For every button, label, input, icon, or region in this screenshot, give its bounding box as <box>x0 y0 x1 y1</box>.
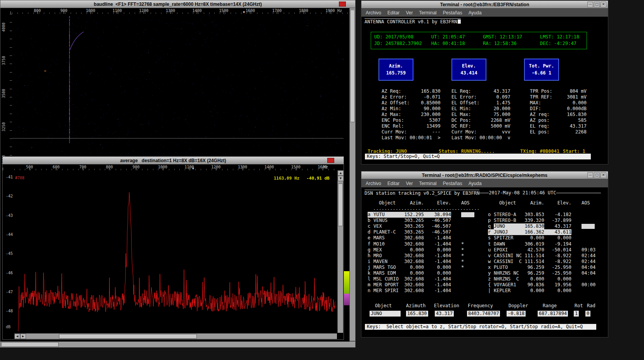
stat-value: 20.000 <box>479 106 510 112</box>
average-titlebar[interactable]: average destination=1 Hz=8X dB=16X (24GH… <box>3 157 344 164</box>
minimize-button[interactable]: — <box>587 172 593 178</box>
stat-value: 165.830 <box>410 88 440 94</box>
dsn-row-mro[interactable]: hMRO302.608-1.404* <box>368 253 476 259</box>
dsn-row-cassini-nc[interactable]: vCASSINI NC111.514-8.92202:44 <box>488 253 596 259</box>
dsn-row-spitzer[interactable]: sSPITZER0.0000.000 <box>488 235 596 241</box>
col-elev: Elev. <box>424 200 451 206</box>
dsn-row-epoxi[interactable]: uEPOXI42.570-50.01409:03 <box>488 247 596 253</box>
col-azim: Azim. <box>404 200 424 206</box>
dsn-terminal-content[interactable]: DSN station tracking v0.2_SPICE by EB3FR… <box>361 187 608 337</box>
dsn-row-msl-curio[interactable]: lMSL CURIO302.608-1.404 <box>368 276 476 282</box>
dsn-row-juno[interactable]: qJUNO165.83043.317 <box>488 223 596 229</box>
dsn-row-mer-spiri[interactable]: nMER SPIRI302.608-1.404 <box>368 288 476 294</box>
dsn-row-mex[interactable]: gMEX0.0000.000* <box>368 247 476 253</box>
object-key: m <box>368 282 373 288</box>
dsn-row-mars[interactable]: eMARS302.608-1.404 <box>368 235 476 241</box>
stat-label: AZ pos: <box>530 118 552 123</box>
dsn-row-dawn[interactable]: tDAWN306.019-9.194 <box>488 241 596 247</box>
dsn-row-voyager1[interactable]: {VOYAGER190.83619.95600:00 <box>488 282 596 288</box>
minimize-button[interactable]: — <box>587 2 593 7</box>
object-name: SPITZER <box>494 235 524 241</box>
menu-item-ver[interactable]: Ver <box>403 180 416 187</box>
dsn-row-mer-oport[interactable]: mMER OPORT302.608-1.404 <box>368 282 476 288</box>
dsn-row-maven[interactable]: iMAVEN302.608-1.404* <box>368 259 476 265</box>
menu-item-archivo[interactable]: Archivo <box>363 180 384 187</box>
gauge-power: Tot. Pwr.-6.66 1 <box>524 59 559 81</box>
stat-value: 0.097 <box>479 94 510 100</box>
menu-item-editar[interactable]: Editar <box>384 180 403 187</box>
dsn-titlebar[interactable]: Terminal - root@eb3frn:/RADIO/SPICE/cspi… <box>361 171 608 179</box>
average-vertical-scrollbar[interactable]: ▲ ▼ <box>337 170 343 333</box>
scroll-up-icon[interactable]: ▲ <box>338 170 344 176</box>
dsn-row-kepler[interactable]: |KEPLER0.0000.000 <box>488 288 596 294</box>
spectrum-plot[interactable] <box>14 170 336 331</box>
stat-value: -0.071 <box>410 94 440 100</box>
time-tick-3500: 3500 <box>2 89 6 98</box>
close-button[interactable] <box>327 158 334 163</box>
dsn-row-stereo-b[interactable]: pSTEREO-B339.320-37.899 <box>488 218 596 223</box>
menu-item-pestañas[interactable]: Pestañas <box>440 9 465 17</box>
scrollbar-thumb[interactable] <box>350 10 355 122</box>
maximize-button[interactable]: □ <box>594 172 600 178</box>
scroll-right-icon[interactable]: ▶ <box>20 334 26 339</box>
scrollbar-thumb[interactable] <box>338 183 343 226</box>
object-elev: 19.956 <box>544 282 571 288</box>
dsn-row-mars-tgo[interactable]: jMARS TGO0.0000.000* <box>368 265 476 270</box>
dsn-row-venus[interactable]: bVENUS303.265-46.507 <box>368 218 476 223</box>
db-tick--48: -48 <box>3 309 13 313</box>
summary-value-1: 165.830 <box>406 311 428 317</box>
dsn-row-planet-c[interactable]: dPLANET-C303.265-46.507 <box>368 229 476 235</box>
summary-value-7: 0 <box>585 311 590 317</box>
scrollbar-thumb[interactable] <box>1 342 59 347</box>
station-titlebar[interactable]: Terminal - root@eb3frn:/EB3FRN/station —… <box>361 1 608 9</box>
menu-item-terminal[interactable]: Terminal <box>416 180 439 187</box>
dsn-row-nhrzns-c[interactable]: zNHRZNS C0.0000.000 <box>488 276 596 282</box>
dsn-row-yutu[interactable]: aYUTU152.29538.094 <box>368 212 476 218</box>
object-aos: * <box>451 265 476 270</box>
object-elev: -1.404 <box>424 288 451 294</box>
dsn-row-mars-edm[interactable]: kMARS EDM0.0000.000 <box>368 270 476 276</box>
menu-item-terminal[interactable]: Terminal <box>416 9 439 17</box>
scroll-left-icon[interactable]: ◀ <box>14 334 20 339</box>
close-button[interactable]: ✕ <box>601 172 606 178</box>
station-terminal-content[interactable]: ANTENNA CONTROLLER v0.1 by EB3FRN UD: 20… <box>361 17 608 164</box>
menu-item-pestañas[interactable]: Pestañas <box>440 180 465 187</box>
object-name: VENUS <box>373 218 404 223</box>
dsn-row-vex[interactable]: cVEX303.265-46.507 <box>368 223 476 229</box>
stat-label: Az Min: <box>382 106 410 112</box>
freq-tick-1500: 1500 <box>216 9 231 13</box>
object-elev: -8.922 <box>544 259 571 265</box>
dsn-row-cassini-c[interactable]: wCASSINI C111.514-8.92202:44 <box>488 259 596 265</box>
time-field-dec: DEC: -4:29:47 <box>540 41 587 47</box>
close-button[interactable] <box>339 2 346 7</box>
gauge-label: Elev. <box>452 62 486 69</box>
stat-value: 75.000 <box>479 112 510 118</box>
object-aos: * <box>451 253 476 259</box>
stat-value: 00:00:00 v <box>479 135 510 141</box>
dsn-row-stereo-a[interactable]: oSTEREO-A303.853-4.182 <box>488 212 596 218</box>
menu-item-editar[interactable]: Editar <box>384 9 403 17</box>
stat-value: 0.000dB <box>552 106 587 112</box>
object-name: KEPLER <box>494 288 524 294</box>
menu-item-ayuda[interactable]: Ayuda <box>465 180 485 187</box>
dsn-row-pluto[interactable]: xPLUTO96.259-25.95004:04 <box>488 265 596 270</box>
menu-item-ayuda[interactable]: Ayuda <box>465 9 485 17</box>
object-elev: 0.000 <box>544 288 571 294</box>
menu-item-archivo[interactable]: Archivo <box>363 9 384 17</box>
spectrogram-titlebar[interactable]: baudline <F1> FFT=32768 sample_rate=6000… <box>0 0 355 8</box>
menu-item-ver[interactable]: Ver <box>403 9 416 17</box>
scroll-down-icon[interactable]: ▼ <box>338 176 344 181</box>
maximize-button[interactable]: □ <box>594 2 600 7</box>
dsn-row-nhrzns-nc[interactable]: yNHRZNS NC96.259-25.95004:04 <box>488 270 596 276</box>
spectrogram-horizontal-scrollbar[interactable] <box>0 341 349 347</box>
dsn-row-mo10[interactable]: fMO10302.608-1.404* <box>368 241 476 247</box>
close-button[interactable]: ✕ <box>601 2 606 7</box>
object-key: p <box>488 218 494 223</box>
object-name: MER OPORT <box>373 282 404 288</box>
spectrogram-color-palette <box>344 271 349 305</box>
gauge-label: Azim. <box>379 62 413 69</box>
spectrogram-vertical-scrollbar[interactable] <box>349 8 355 341</box>
scrollbar-thumb[interactable] <box>59 334 197 339</box>
average-horizontal-scrollbar[interactable]: ◀ ▶ <box>14 333 337 339</box>
dsn-row-junoj[interactable]: rJUNOJ166.36243.611 <box>488 229 596 235</box>
